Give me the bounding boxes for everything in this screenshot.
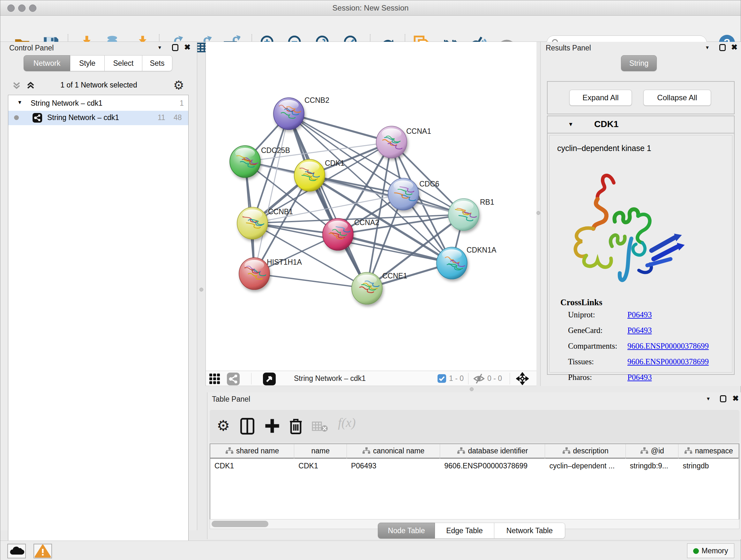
table-options-gear-icon[interactable]: ⚙	[217, 417, 230, 434]
network-options-gear-icon[interactable]: ⚙	[173, 78, 184, 92]
network-node-CCNA1[interactable]	[376, 126, 407, 158]
crosslink-link[interactable]: 9606.ENSP00000378699	[627, 341, 709, 350]
expand-all-button[interactable]: Expand All	[569, 90, 632, 106]
grid-view-icon[interactable]	[209, 373, 220, 385]
tab-node-table[interactable]: Node Table	[378, 523, 435, 539]
tab-select[interactable]: Select	[105, 55, 142, 71]
network-node-CDK1[interactable]	[294, 159, 325, 191]
network-collection-row[interactable]: ▼ String Network – cdk1 1	[8, 97, 188, 111]
column-header-description[interactable]: description	[545, 444, 625, 458]
collection-expand-icon[interactable]: ▼	[17, 100, 22, 105]
crosslink-link[interactable]: P06493	[627, 326, 652, 334]
column-header-shared-name[interactable]: shared name	[210, 444, 294, 458]
node-label-CCNA1: CCNA1	[406, 127, 431, 135]
node-label-CCNB2: CCNB2	[305, 96, 329, 105]
cloud-icon	[8, 544, 25, 558]
network-node-CCNB2[interactable]	[273, 98, 304, 130]
network-canvas[interactable]: CCNB2CCNA1CDC25BCDK1CDC6RB1CCNB1CCNA2CDK…	[205, 42, 536, 371]
control-panel-title: Control Panel	[9, 44, 54, 52]
control-panel-float-icon[interactable]	[172, 44, 179, 51]
status-footer: Memory	[0, 541, 741, 560]
column-header--id[interactable]: @id	[626, 444, 679, 458]
crosslinks-title: CrossLinks	[560, 298, 603, 307]
tab-string[interactable]: String	[621, 55, 657, 71]
crosslink-label: Pharos:	[568, 373, 627, 382]
tab-edge-table[interactable]: Edge Table	[435, 523, 494, 539]
network-node-CCNE1[interactable]	[352, 272, 382, 304]
window-title: Session: New Session	[0, 3, 741, 12]
tab-network[interactable]: Network	[23, 55, 70, 71]
delete-table-icon	[312, 421, 328, 432]
column-header-canonical-name[interactable]: canonical name	[347, 444, 440, 458]
left-splitter-handle[interactable]	[199, 288, 203, 292]
control-panel-menu-icon[interactable]: ▼	[157, 45, 162, 50]
table-panel-close-icon[interactable]: ✖	[732, 394, 739, 403]
network-node-CCNA2[interactable]	[323, 219, 353, 250]
right-splitter-handle[interactable]	[536, 211, 540, 215]
column-header-database-identifier[interactable]: database identifier	[440, 444, 545, 458]
column-header-namespace[interactable]: namespace	[678, 444, 739, 458]
horizontal-splitter-handle[interactable]	[470, 387, 474, 391]
table-cell[interactable]: CDK1	[210, 459, 294, 474]
memory-status-dot	[693, 548, 699, 554]
results-panel-close-icon[interactable]: ✖	[731, 43, 738, 52]
delete-column-trash-icon[interactable]	[289, 418, 303, 434]
results-panel-float-icon[interactable]	[719, 44, 726, 51]
show-columns-icon[interactable]	[240, 418, 254, 435]
results-panel-menu-icon[interactable]: ▼	[705, 45, 710, 50]
column-header-name[interactable]: name	[294, 444, 347, 458]
node-label-CCNB1: CCNB1	[268, 207, 293, 216]
tab-network-table[interactable]: Network Table	[494, 523, 565, 539]
table-cell[interactable]: 9606.ENSP00000378699	[440, 459, 545, 474]
table-panel-float-icon[interactable]	[720, 395, 726, 402]
scrollbar-thumb[interactable]	[212, 521, 268, 527]
selected-checkbox-icon[interactable]	[437, 374, 446, 383]
gene-name: CDK1	[594, 119, 618, 129]
network-node-HIST1H1A[interactable]	[239, 258, 270, 290]
results-panel-title: Results Panel	[546, 44, 591, 52]
cloud-button[interactable]	[7, 544, 26, 558]
crosslink-link[interactable]: 9606.ENSP00000378699	[627, 357, 709, 366]
gene-expand-icon[interactable]: ▼	[568, 121, 574, 128]
collapse-all-button[interactable]: Collapse All	[643, 90, 711, 106]
network-node-CDC6[interactable]	[388, 178, 419, 210]
network-row-selected[interactable]: String Network – cdk1 11 48	[8, 111, 188, 125]
node-label-CCNA2: CCNA2	[354, 219, 379, 227]
table-panel-title: Table Panel	[212, 395, 250, 403]
network-node-CCNB1[interactable]	[237, 207, 268, 239]
network-edge[interactable]	[254, 114, 289, 273]
table-cell[interactable]: stringdb	[678, 459, 739, 474]
control-panel-close-icon[interactable]: ✖	[184, 43, 191, 52]
table-cell[interactable]: CDK1	[294, 459, 347, 474]
table-panel-menu-icon[interactable]: ▼	[706, 396, 711, 401]
table-header-row: shared namenamecanonical namedatabase id…	[210, 444, 739, 458]
network-share-icon[interactable]	[227, 373, 240, 385]
network-node-CDKN1A[interactable]	[436, 247, 467, 279]
node-table[interactable]: shared namenamecanonical namedatabase id…	[210, 443, 739, 519]
collection-count: 1	[180, 99, 184, 108]
pan-move-icon[interactable]	[516, 372, 529, 385]
statusbar-separator	[251, 373, 252, 384]
tab-sets[interactable]: Sets	[142, 55, 172, 71]
memory-button[interactable]: Memory	[687, 543, 734, 558]
table-cell[interactable]: stringdb:9...	[626, 459, 679, 474]
app-window: Session: New Session	[0, 0, 741, 560]
open-in-window-icon[interactable]	[263, 373, 276, 385]
node-label-HIST1H1A: HIST1H1A	[267, 258, 302, 266]
table-row[interactable]: CDK1CDK1P064939606.ENSP00000378699cyclin…	[210, 459, 739, 474]
network-tree: ▼ String Network – cdk1 1 String Network…	[8, 95, 189, 560]
add-column-icon[interactable]	[265, 418, 280, 434]
warning-button[interactable]	[33, 544, 52, 558]
network-edge[interactable]	[254, 273, 367, 288]
network-node-CDC25B[interactable]	[230, 145, 260, 178]
network-node-RB1[interactable]	[448, 199, 479, 231]
tab-style[interactable]: Style	[70, 55, 105, 71]
crosslink-link[interactable]: P06493	[627, 310, 652, 319]
horizontal-splitter[interactable]	[205, 386, 741, 392]
table-tabs: Node TableEdge TableNetwork Table	[378, 523, 565, 539]
table-cell[interactable]: cyclin–dependent ...	[545, 459, 625, 474]
network-current-dot	[14, 115, 19, 120]
selection-status: 1 of 1 Network selected	[0, 81, 197, 89]
table-cell[interactable]: P06493	[347, 459, 440, 474]
crosslink-link[interactable]: P06493	[627, 373, 652, 381]
